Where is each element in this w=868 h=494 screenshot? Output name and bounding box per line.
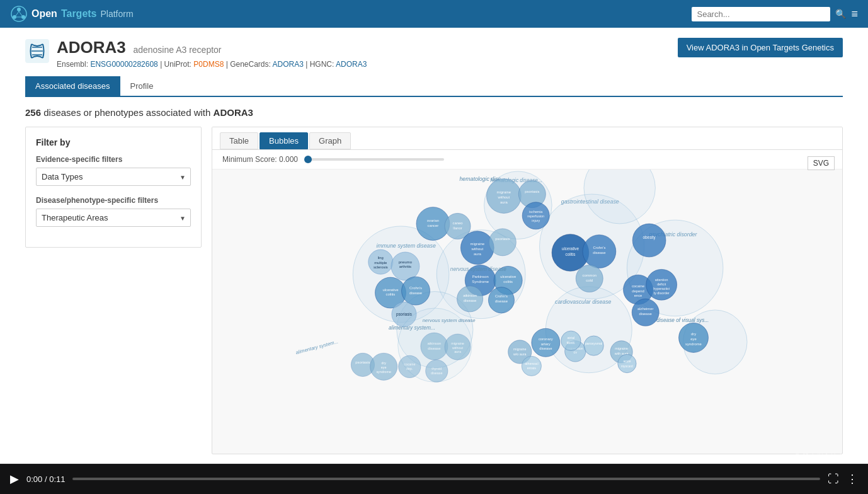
slider-thumb[interactable] [304,156,312,163]
ensembl-label: Ensembl: [57,60,88,69]
svg-text:immune system disease: immune system disease [376,243,435,249]
svg-text:ty disorder: ty disorder [654,291,670,295]
data-types-select[interactable]: Data Types [36,168,191,186]
viz-tab-graph[interactable]: Graph [309,132,351,149]
svg-text:migraine: migraine [497,190,511,194]
viz-tab-table[interactable]: Table [220,132,258,149]
svg-text:cardiovascular disease: cardiovascular disease [555,299,612,305]
svg-text:ulcerative: ulcerative [562,246,580,251]
logo-targets: Targets [61,8,97,20]
svg-text:cv: cv [574,350,578,354]
bubble-chart: immune system disease hematologic diseas… [212,169,842,447]
content-area: Filter by Evidence-specific filters Data… [25,127,843,454]
nav-right: 🔍 ≡ [692,7,858,21]
score-slider-track[interactable] [306,158,444,161]
uniprot-link[interactable]: P0DMS8 [193,60,224,69]
logo[interactable]: Open Targets Platform [10,5,134,23]
svg-text:alzheimer: alzheimer [637,307,653,311]
top-navigation: Open Targets Platform 🔍 ≡ [0,0,868,28]
page-tabs: Associated diseases Profile [25,76,843,97]
gene-icon [25,39,49,63]
svg-text:disease: disease [593,251,605,255]
svg-text:myocard: myocard [621,365,633,368]
svg-text:disease: disease [539,347,552,350]
svg-text:cancer: cancer [428,224,439,227]
svg-text:cocaine: cocaine [632,284,644,288]
svg-text:common: common [583,273,597,277]
svg-text:Parkinson: Parkinson [472,275,489,279]
svg-line-5 [19,11,22,16]
svg-text:depend: depend [632,289,644,293]
gene-header: ADORA3 adenosine A3 receptor Ensembl: EN… [25,38,843,69]
svg-point-86 [632,224,666,257]
svg-text:obesity: obesity [643,235,656,240]
search-button[interactable]: 🔍 [835,9,846,19]
svg-text:ischemia: ischemia [529,210,542,214]
uniprot-label: UniProt: [164,60,191,69]
svg-text:migraine: migraine [513,347,527,351]
svg-text:psoriasis: psoriasis [396,312,412,317]
svg-text:psoriasis: psoriasis [525,190,539,193]
hgnc-link[interactable]: ADORA3 [336,60,367,69]
svg-point-148 [489,229,516,256]
video-player: ▶ 0:00 / 0:11 ⛶ ⋮ [0,464,868,464]
svg-text:aura: aura [474,252,481,256]
svg-text:psoriasis: psoriasis [355,360,370,364]
svg-text:disease: disease [409,291,422,295]
ot-genetics-button[interactable]: View ADORA3 in Open Targets Genetics [678,38,843,57]
svg-text:deficit: deficit [657,282,666,286]
svg-text:atheroscl: atheroscl [525,362,539,365]
svg-text:dry: dry [691,332,696,336]
svg-text:artery: artery [541,342,551,346]
svg-text:cold: cold [586,279,593,282]
bubble-chart-svg: immune system disease hematologic diseas… [212,169,842,447]
svg-text:coronary: coronary [539,337,553,341]
evidence-filter-label: Evidence-specific filters [36,155,191,164]
svg-text:pneumo: pneumo [399,260,413,264]
svg-text:colitis: colitis [503,280,513,284]
menu-button[interactable]: ≡ [851,8,858,21]
association-text-end: associated with [146,107,211,118]
disease-filter-label: Disease/phenotype-specific filters [36,196,191,205]
genecards-link[interactable]: ADORA3 [273,60,304,69]
svg-text:aura: aura [500,200,508,204]
svg-text:migraine: migraine [471,242,484,246]
association-count: 256 [25,107,41,118]
svg-text:reperfusion: reperfusion [527,214,544,218]
svg-text:disease: disease [495,299,508,303]
min-score-label: Minimum Score: 0.000 [222,155,298,164]
svg-text:Crohn's: Crohn's [409,286,422,290]
main-content: ADORA3 adenosine A3 receptor Ensembl: EN… [0,28,868,464]
svg-text:attention: attention [655,278,668,282]
svg-text:Crohn's: Crohn's [593,246,605,250]
gene-header-left: ADORA3 adenosine A3 receptor Ensembl: EN… [25,38,367,69]
svg-text:multiple: multiple [374,261,387,265]
svg-text:disease: disease [639,312,652,316]
tab-profile[interactable]: Profile [120,76,164,96]
svg-text:caneo: caneo [453,221,464,225]
viz-panel: Table Bubbles Graph SVG Minimum Score: 0… [212,127,843,454]
svg-text:arthritis: arthritis [399,265,411,268]
svg-text:ulcerative: ulcerative [382,288,398,292]
therapeutic-areas-wrapper: Therapeutic Areas [36,209,191,227]
svg-text:migraine: migraine [615,347,628,350]
therapeutic-areas-select[interactable]: Therapeutic Areas [36,209,191,227]
genecards-label: GeneCards: [230,60,271,69]
logo-open: Open [31,8,57,20]
gene-subtitle: adenosine A3 receptor [133,45,221,55]
gene-name: ADORA3 [57,38,126,57]
svg-text:hyperactivi: hyperactivi [653,287,670,290]
gene-links: Ensembl: ENSG00000282608 | UniProt: P0DM… [57,60,367,69]
watermark: @ 稀土掘金技术社区 [794,452,858,461]
tab-associated-diseases[interactable]: Associated diseases [25,76,120,96]
search-input[interactable] [692,7,830,21]
svg-line-4 [16,11,19,16]
svg-text:w/o aura: w/o aura [513,352,527,356]
svg-text:erosis: erosis [527,366,537,370]
svg-export-button[interactable]: SVG [808,156,835,170]
svg-point-118 [618,354,636,372]
svg-text:disease: disease [464,299,476,302]
viz-tab-bubbles[interactable]: Bubbles [260,132,308,149]
ensembl-link[interactable]: ENSG00000282608 [90,60,157,69]
filter-title: Filter by [36,137,191,147]
